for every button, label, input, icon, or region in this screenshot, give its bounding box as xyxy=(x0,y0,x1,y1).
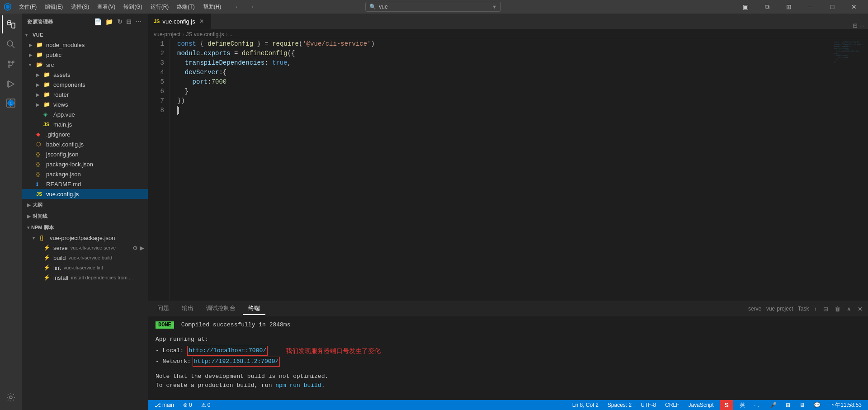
npm-script-build[interactable]: ⚡ build vue-cli-service build xyxy=(22,253,148,263)
status-line-ending[interactable]: CRLF xyxy=(662,402,682,408)
npm-file-item[interactable]: ▾ {} vue-project\package.json xyxy=(22,233,148,243)
close-panel-btn[interactable]: ✕ xyxy=(856,305,864,313)
panel-tab-terminal[interactable]: 终端 xyxy=(243,302,265,315)
activity-search[interactable] xyxy=(2,35,20,53)
tree-label: .gitignore xyxy=(46,131,70,138)
window-grid-btn[interactable]: ⊞ xyxy=(778,0,799,14)
menu-view[interactable]: 查看(V) xyxy=(94,2,119,12)
menu-terminal[interactable]: 终端(T) xyxy=(173,2,198,12)
tab-vue-config[interactable]: JS vue.config.js ✕ xyxy=(148,14,211,29)
menu-help[interactable]: 帮助(H) xyxy=(199,2,225,12)
status-sougou-s[interactable]: S xyxy=(720,400,733,410)
tree-node-modules[interactable]: ▶ 📁 node_modules xyxy=(22,40,148,50)
npm-build-link[interactable]: npm run build xyxy=(275,382,321,389)
tree-public[interactable]: ▶ 📁 public xyxy=(22,50,148,60)
terminal-content[interactable]: DONE Compiled successfully in 2848ms App… xyxy=(148,317,868,400)
activity-run[interactable] xyxy=(2,75,20,93)
tab-close-btn[interactable]: ✕ xyxy=(198,18,205,25)
git-icon: ⎇ xyxy=(155,402,161,408)
tree-assets[interactable]: ▶ 📁 assets xyxy=(22,70,148,80)
trash-terminal-btn[interactable]: 🗑 xyxy=(833,305,842,313)
menu-select[interactable]: 选择(S) xyxy=(67,2,93,12)
status-ime-box[interactable]: ⊞ xyxy=(783,402,793,408)
new-file-icon[interactable]: 📄 xyxy=(93,17,103,26)
search-input[interactable] xyxy=(379,4,460,10)
breadcrumb-file[interactable]: JS vue.config.js xyxy=(186,31,224,38)
vue-file-icon: ◈ xyxy=(43,111,52,118)
menu-goto[interactable]: 转到(G) xyxy=(120,2,146,12)
panel-tab-debug-console[interactable]: 调试控制台 xyxy=(201,302,241,315)
window-close-btn[interactable]: ✕ xyxy=(844,0,864,14)
panel-tab-problems[interactable]: 问题 xyxy=(152,302,175,315)
svg-point-16 xyxy=(9,396,12,399)
menu-edit[interactable]: 编辑(E) xyxy=(41,2,66,12)
activity-explorer[interactable] xyxy=(2,15,20,33)
tab-label: vue.config.js xyxy=(162,18,195,25)
tree-router[interactable]: ▶ 📁 router xyxy=(22,90,148,99)
activity-extensions[interactable]: 1 xyxy=(2,95,20,113)
terminal-done-line: DONE Compiled successfully in 2848ms xyxy=(156,320,861,330)
status-ime-lang[interactable]: 英 xyxy=(737,401,748,409)
breadcrumb-symbol[interactable]: ... xyxy=(229,31,234,38)
window-minimize-btn[interactable]: ─ xyxy=(800,0,821,14)
tree-package-lock[interactable]: ▶ {} package-lock.json xyxy=(22,159,148,169)
maximize-panel-btn[interactable]: ∧ xyxy=(845,305,853,313)
tree-package-json[interactable]: ▶ {} package.json xyxy=(22,169,148,179)
outline-section[interactable]: ▶ 大纲 xyxy=(22,199,148,210)
search-box[interactable]: 🔍 ▼ xyxy=(365,2,501,12)
npm-file-icon: {} xyxy=(40,235,48,241)
split-editor-btn[interactable]: ⊟ ··· xyxy=(849,22,868,29)
tree-gitignore[interactable]: ▶ ◆ .gitignore xyxy=(22,129,148,139)
tree-jsconfig[interactable]: ▶ {} jsconfig.json xyxy=(22,149,148,159)
local-url[interactable]: http://localhost:7000/ xyxy=(187,346,268,356)
tree-vue-config[interactable]: ▶ JS vue.config.js xyxy=(22,189,148,199)
status-errors[interactable]: ⊗ 0 xyxy=(180,402,195,408)
panel-tab-output[interactable]: 输出 xyxy=(176,302,199,315)
more-icon[interactable]: ··· xyxy=(135,17,142,26)
script-run-icon[interactable]: ▶ xyxy=(140,245,144,251)
nav-back-button[interactable]: ← xyxy=(232,2,244,11)
status-spaces[interactable]: Spaces: 2 xyxy=(605,402,634,408)
status-encoding[interactable]: UTF-8 xyxy=(638,402,659,408)
network-url[interactable]: http://192.168.1.2:7000/ xyxy=(193,357,280,367)
svg-point-9 xyxy=(12,61,14,63)
tree-src[interactable]: ▾ 📂 src xyxy=(22,60,148,70)
tree-readme[interactable]: ▶ ℹ README.md xyxy=(22,179,148,189)
status-warnings[interactable]: ⚠ 0 xyxy=(198,402,213,408)
nav-forward-button[interactable]: → xyxy=(245,2,257,11)
breadcrumb-project[interactable]: vue-project xyxy=(154,31,180,38)
code-line-3: transpileDependencies: true, xyxy=(177,58,832,68)
add-terminal-btn[interactable]: + xyxy=(811,305,819,313)
npm-section[interactable]: ▾ NPM 脚本 xyxy=(22,221,148,233)
window-split-btn[interactable]: ⧉ xyxy=(757,0,778,14)
timeline-section[interactable]: ▶ 时间线 xyxy=(22,210,148,221)
new-folder-icon[interactable]: 📁 xyxy=(104,17,114,26)
script-gear-icon[interactable]: ⚙ xyxy=(132,245,138,251)
npm-script-serve[interactable]: ⚡ serve vue-cli-service serve ⚙ ▶ xyxy=(22,243,148,253)
activity-git[interactable] xyxy=(2,55,20,73)
status-ime-punc[interactable]: ·， xyxy=(751,401,764,409)
activity-settings[interactable] xyxy=(2,388,20,406)
status-git-branch[interactable]: ⎇ main xyxy=(152,402,177,408)
npm-script-lint[interactable]: ⚡ lint vue-cli-service lint xyxy=(22,263,148,273)
status-ime-chat[interactable]: 💬 xyxy=(811,402,823,408)
tree-views[interactable]: ▶ 📁 views xyxy=(22,99,148,109)
refresh-icon[interactable]: ↻ xyxy=(116,17,124,26)
window-maximize-btn[interactable]: □ xyxy=(822,0,843,14)
tree-main-js[interactable]: ▶ JS main.js xyxy=(22,119,148,129)
status-ime-skin[interactable]: 🖥 xyxy=(797,402,807,408)
collapse-icon[interactable]: ⊟ xyxy=(125,17,133,26)
menu-file[interactable]: 文件(F) xyxy=(15,2,40,12)
status-ime-voice[interactable]: 🎤 xyxy=(767,402,779,408)
split-terminal-btn[interactable]: ⊟ xyxy=(821,305,830,313)
tree-root-vue[interactable]: ▾ VUE xyxy=(22,30,148,40)
menu-run[interactable]: 运行(R) xyxy=(147,2,173,12)
status-language[interactable]: JavaScript xyxy=(686,402,717,408)
window-layout-btn[interactable]: ▣ xyxy=(735,0,756,14)
npm-script-install[interactable]: ⚡ install install dependencies from ... xyxy=(22,273,148,283)
tree-components[interactable]: ▶ 📁 components xyxy=(22,80,148,90)
tree-app-vue[interactable]: ▶ ◈ App.vue xyxy=(22,109,148,119)
status-position[interactable]: Ln 8, Col 2 xyxy=(570,402,601,408)
tree-babel-config[interactable]: ▶ ⬡ babel.config.js xyxy=(22,139,148,149)
code-editor[interactable]: 1 2 3 4 5 6 7 8 const { defineConfig } =… xyxy=(148,39,868,301)
